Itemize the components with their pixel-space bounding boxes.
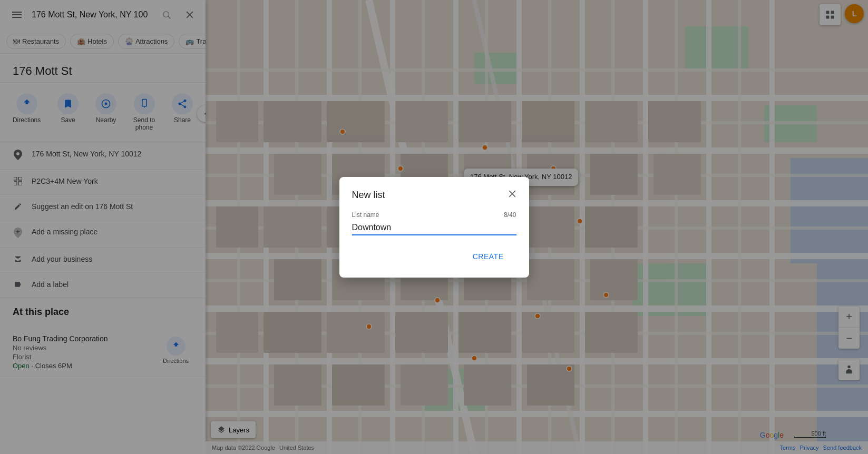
list-name-label-text: List name bbox=[352, 211, 379, 219]
new-list-dialog: New list List name 8/40 CREATE bbox=[339, 177, 529, 278]
char-count-display: 8/40 bbox=[504, 211, 516, 219]
list-name-input[interactable] bbox=[352, 221, 516, 234]
list-name-label: List name 8/40 bbox=[352, 211, 516, 219]
modal-overlay[interactable]: New list List name 8/40 CREATE bbox=[0, 0, 868, 454]
list-name-input-wrapper bbox=[352, 221, 516, 235]
create-list-button[interactable]: CREATE bbox=[460, 248, 516, 265]
modal-actions: CREATE bbox=[352, 248, 516, 265]
modal-close-button[interactable] bbox=[504, 185, 521, 202]
modal-title: New list bbox=[352, 190, 516, 201]
